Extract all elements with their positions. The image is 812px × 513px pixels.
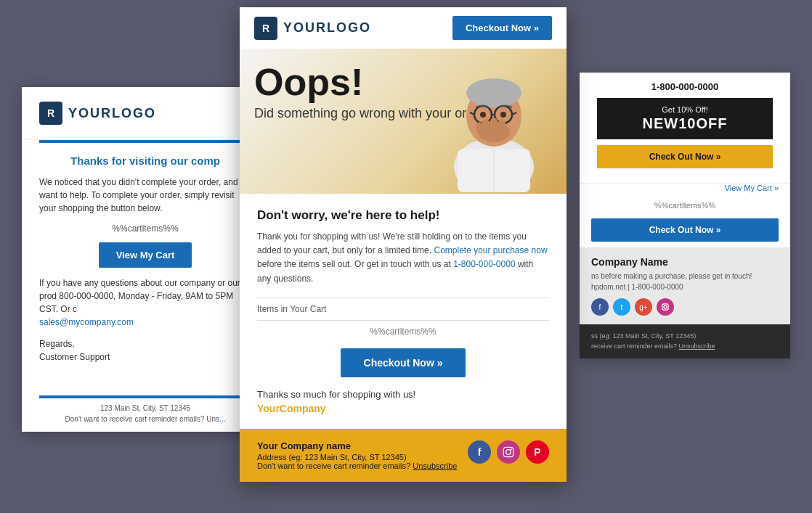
left-footer-address: 123 Main St, City, ST 12345	[22, 398, 269, 415]
right-contact2: hpdom.net | 1-800-000-0000	[591, 282, 779, 292]
left-card-body: Thanks for visiting our comp We noticed …	[22, 143, 269, 384]
left-contact-info: If you have any questions about our comp…	[39, 276, 251, 329]
right-phone: 1-800-000-0000	[591, 81, 779, 92]
center-logo-text: YOURLOGO	[283, 20, 371, 36]
svg-point-19	[511, 448, 512, 450]
center-email-card: R YOURLOGO Checkout Now » Oops! Did some…	[240, 7, 567, 482]
right-email-card: 1-800-000-0000 Get 10% Off! NEW10OFF Che…	[580, 73, 790, 358]
hero-image-area: Oops! Did something go wrong with your o…	[240, 49, 567, 194]
left-regards: Regards, Customer Support	[39, 337, 251, 364]
right-top-section: 1-800-000-0000 Get 10% Off! NEW10OFF Che…	[580, 73, 790, 184]
footer-unsubscribe-link[interactable]: Unsubscribe	[413, 461, 457, 470]
thanks-heading: Thanks for visiting our comp	[39, 155, 251, 167]
svg-point-18	[506, 449, 511, 454]
left-logo-text: YOURLOGO	[68, 106, 156, 121]
phone-link[interactable]: 1-800-000-0000	[453, 259, 515, 269]
right-footer-unsubscribe: receive cart reminder emails? Unsubscrib…	[591, 342, 779, 352]
footer-unsubscribe-text: Don't want to receive cart reminder emai…	[257, 461, 457, 470]
right-dark-footer: ss (eg: 123 Main St, City, ST 12345) rec…	[580, 324, 790, 358]
coupon-get-off: Get 10% Off!	[609, 105, 761, 114]
left-unsubscribe-link[interactable]: ...	[219, 415, 225, 423]
pinterest-icon[interactable]: P	[526, 440, 549, 464]
company-name-link: YourCompany	[257, 403, 549, 414]
left-logo-icon: R	[39, 102, 62, 125]
right-checkout-button2[interactable]: Check Out Now »	[591, 218, 779, 242]
help-heading: Don't worry, we're here to help!	[257, 208, 549, 223]
right-instagram-icon[interactable]	[657, 298, 674, 316]
center-logo-icon: R	[254, 17, 277, 40]
coupon-code: NEW10OFF	[609, 115, 761, 132]
right-google-icon[interactable]: g+	[635, 298, 652, 316]
cart-items-placeholder: %%cartitems%%	[257, 327, 549, 337]
items-in-cart-label: Items in Your Cart	[257, 304, 549, 314]
center-content: Don't worry, we're here to help! Thank y…	[240, 194, 567, 429]
top-checkout-button[interactable]: Checkout Now »	[452, 16, 552, 40]
svg-point-21	[664, 305, 667, 308]
right-cart-items: %%cartItems%%	[580, 198, 790, 213]
footer-company-title: Your Company name	[257, 440, 457, 451]
right-checkout-button[interactable]: Check Out Now »	[597, 145, 773, 168]
svg-point-8	[480, 112, 486, 118]
right-grey-section: Company Name ns before making a purchase…	[580, 247, 790, 324]
left-cart-placeholder: %%cartitems%%	[39, 223, 251, 234]
social-icons-area: f P	[468, 440, 549, 464]
svg-point-9	[500, 112, 506, 118]
svg-point-2	[466, 78, 521, 107]
footer-company-info: Your Company name Address (eg: 123 Main …	[257, 440, 457, 470]
thanks-shopping-text: Thanks so much for shopping with us!	[257, 389, 549, 400]
svg-rect-17	[503, 447, 513, 456]
right-twitter-icon[interactable]: t	[613, 298, 630, 316]
hero-person-image	[429, 49, 559, 194]
content-divider2	[257, 320, 549, 321]
center-logo-area: R YOURLOGO	[254, 17, 371, 40]
right-footer-address: ss (eg: 123 Main St, City, ST 12345)	[591, 332, 779, 342]
help-text: Thank you for shopping with us! We're st…	[257, 230, 549, 286]
right-company-name: Company Name	[591, 256, 779, 268]
left-card-header: R YOURLOGO	[22, 87, 269, 140]
checkout-now-button[interactable]: Checkout Now »	[341, 348, 466, 377]
right-social-row: f t g+	[591, 298, 779, 316]
person-svg	[436, 51, 552, 192]
left-unsubscribe-line: Don't want to receive cart reminder emai…	[22, 415, 269, 432]
footer-address: Address (eg: 123 Main St, City, ST 12345…	[257, 453, 457, 461]
center-top-bar: R YOURLOGO Checkout Now »	[240, 7, 567, 49]
facebook-icon[interactable]: f	[468, 440, 491, 464]
left-email-link[interactable]: sales@mycompany.com	[39, 317, 134, 327]
content-divider	[257, 297, 549, 298]
right-facebook-icon[interactable]: f	[591, 298, 609, 316]
instagram-icon[interactable]	[497, 440, 520, 464]
left-body-text1: We noticed that you didn't complete your…	[39, 176, 251, 215]
view-cart-button[interactable]: View My Cart	[99, 242, 192, 268]
center-footer: Your Company name Address (eg: 123 Main …	[240, 429, 567, 482]
right-contact1: ns before making a purchase, please get …	[591, 271, 779, 282]
svg-rect-20	[662, 304, 668, 310]
right-unsubscribe-link[interactable]: Unsubscribe	[679, 342, 715, 350]
complete-purchase-link[interactable]: Complete your purchase now	[434, 245, 547, 255]
left-email-card: R YOURLOGO Thanks for visiting our comp …	[22, 87, 269, 432]
coupon-box: Get 10% Off! NEW10OFF	[597, 98, 773, 139]
view-my-cart-link[interactable]: View My Cart »	[580, 184, 790, 198]
